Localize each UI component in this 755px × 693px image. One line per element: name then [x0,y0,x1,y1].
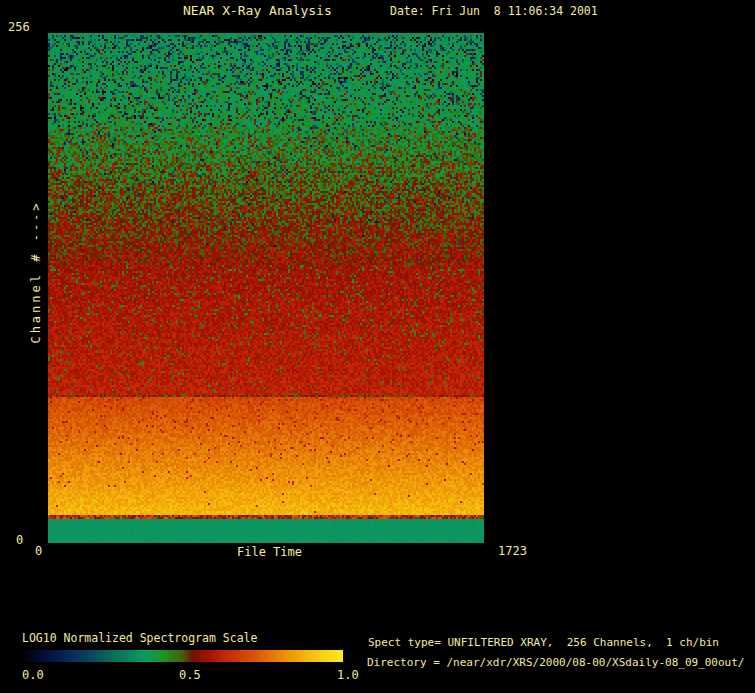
colorbar-tick-mid: 0.5 [179,669,201,682]
y-axis-title: Channel # ---> [30,200,43,343]
directory-line: Directory = /near/xdr/XRS/2000/08-00/XSd… [367,657,745,669]
xray-analysis-window: NEAR X-Ray Analysis Date: Fri Jun 8 11:0… [0,0,755,693]
y-axis-min-label: 0 [16,534,23,547]
y-axis-max-label: 256 [8,21,30,34]
colorbar-tick-max: 1.0 [337,669,359,682]
colorbar-title: LOG10 Normalized Spectrogram Scale [22,632,257,645]
date-label: Date: Fri Jun 8 11:06:34 2001 [390,5,598,18]
spectrogram-heatmap [48,33,484,543]
x-axis-min-label: 0 [35,545,42,558]
page-title: NEAR X-Ray Analysis [183,4,332,18]
x-axis-title: File Time [237,546,302,559]
colorbar-gradient [22,650,343,662]
spect-type-line: Spect type= UNFILTERED XRAY, 256 Channel… [368,637,719,649]
colorbar-tick-min: 0.0 [22,669,44,682]
x-axis-max-label: 1723 [498,545,527,558]
